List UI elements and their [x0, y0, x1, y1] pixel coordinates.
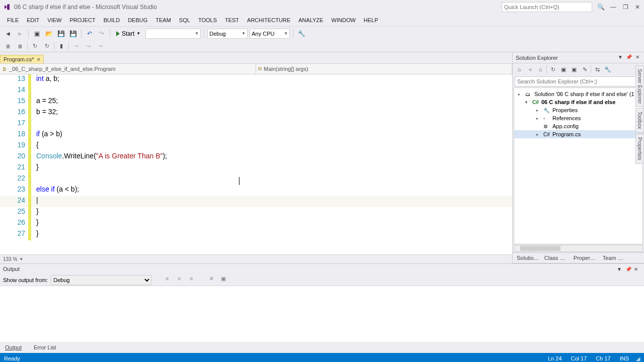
solution-node[interactable]: ▸🗂Solution '06 C sharp if else if and el… [514, 90, 642, 98]
output-btn-3[interactable]: ≡ [187, 276, 196, 285]
start-debug-button[interactable]: Start ▼ [113, 29, 143, 38]
save-all-icon[interactable]: 💾 [68, 29, 78, 39]
menu-window[interactable]: WINDOW [328, 16, 360, 25]
right-bottom-tab[interactable]: Class Vi... [542, 254, 570, 262]
output-source-select[interactable]: Debug [51, 275, 151, 285]
sol-home-icon[interactable]: ⌂ [515, 65, 524, 74]
menu-file[interactable]: FILE [3, 16, 23, 25]
resize-grip-icon[interactable]: ◢ [636, 355, 640, 362]
right-bottom-tab[interactable]: Team Ex... [601, 254, 628, 262]
menu-help[interactable]: HELP [360, 16, 382, 25]
side-tab[interactable]: Properties [635, 134, 644, 164]
code-line[interactable]: 26 } [0, 218, 512, 229]
code-line[interactable]: 22 [0, 174, 512, 185]
output-body[interactable] [0, 286, 644, 342]
code-line[interactable]: 16 b = 32; [0, 108, 512, 119]
output-btn-1[interactable]: ≡ [163, 276, 172, 285]
output-btn-2[interactable]: ≡ [175, 276, 184, 285]
tb2-icon-5[interactable]: ▮ [56, 41, 66, 51]
side-tab[interactable]: Toolbox [635, 108, 644, 132]
sol-back-icon[interactable]: ◄ [525, 65, 534, 74]
menu-architecture[interactable]: ARCHITECTURE [243, 16, 294, 25]
code-line[interactable]: 27} [0, 229, 512, 240]
minimize-button[interactable]: — [610, 4, 617, 11]
output-wrap-icon[interactable]: ▣ [219, 276, 228, 285]
close-tab-icon[interactable]: × [37, 56, 40, 62]
code-line[interactable]: 21 } [0, 163, 512, 174]
code-line[interactable]: 20 Console.WriteLine("A is Greater Than … [0, 152, 512, 163]
code-line[interactable]: 17 [0, 119, 512, 130]
menu-test[interactable]: TEST [221, 16, 243, 25]
sol-collapse-icon[interactable]: ▣ [559, 65, 568, 74]
tb2-icon-2[interactable]: 🗎 [15, 41, 25, 51]
new-project-icon[interactable]: ▣ [32, 29, 42, 39]
sol-preview-icon[interactable]: ⇆ [593, 65, 602, 74]
output-pin-icon[interactable]: 📌 [625, 266, 632, 272]
method-dropdown[interactable]: ⧉ Main(string[] args) [256, 64, 512, 74]
menu-view[interactable]: VIEW [43, 16, 65, 25]
class-dropdown[interactable]: 🗎 _06_C_sharp_if_else_if_and_else.Progra… [0, 64, 256, 74]
side-tab[interactable]: Server Explorer [635, 65, 644, 107]
panel-pin-icon[interactable]: 📌 [625, 54, 632, 61]
zoom-level[interactable]: 133 % [3, 256, 17, 262]
code-editor[interactable]: 13 int a, b;1415 a = 25;16 b = 32;1718 i… [0, 74, 512, 254]
right-bottom-tab[interactable]: Properti... [572, 254, 599, 262]
platform-combo[interactable]: Any CPU▼ [250, 29, 290, 39]
menu-analyze[interactable]: ANALYZE [294, 16, 327, 25]
tb2-icon-6[interactable]: ↝ [71, 41, 81, 51]
project-node[interactable]: ▾C#06 C sharp if else if and else [514, 98, 642, 106]
right-bottom-tab[interactable]: Solutio... [515, 254, 540, 262]
panel-close-icon[interactable]: ✕ [634, 54, 641, 61]
output-close-icon[interactable]: ✕ [634, 266, 641, 272]
config-combo[interactable]: Debug▼ [207, 29, 248, 39]
tree-item[interactable]: ▸C#Program.cs [514, 130, 642, 138]
solution-search-input[interactable] [515, 76, 642, 86]
save-icon[interactable]: 💾 [56, 29, 66, 39]
tb2-icon-4[interactable]: ↻ [42, 41, 52, 51]
tree-item[interactable]: ▸▫References [514, 114, 642, 122]
tb2-icon-1[interactable]: 🗎 [3, 41, 13, 51]
tree-item[interactable]: ▸🔧Properties [514, 106, 642, 114]
tb2-icon-3[interactable]: ↻ [30, 41, 40, 51]
code-line[interactable]: 14 [0, 85, 512, 97]
document-tab[interactable]: Program.cs* × [0, 55, 44, 63]
maximize-button[interactable]: ❐ [622, 4, 629, 11]
solution-hscroll[interactable] [514, 245, 643, 252]
menu-tools[interactable]: TOOLS [194, 16, 221, 25]
code-line[interactable]: 24 | [0, 196, 512, 207]
tb2-icon-8[interactable]: ↝ [95, 41, 105, 51]
tb2-icon-7[interactable]: ↝ [83, 41, 93, 51]
menu-project[interactable]: PROJECT [65, 16, 99, 25]
code-line[interactable]: 15 a = 25; [0, 97, 512, 108]
find-combo[interactable]: ▼ [145, 29, 201, 39]
sol-refresh-icon[interactable]: ↻ [548, 65, 557, 74]
tree-item[interactable]: ⚙App.config [514, 122, 642, 130]
menu-team[interactable]: TEAM [151, 16, 175, 25]
bottom-tab[interactable]: Error List [31, 343, 59, 351]
code-line[interactable]: 18 if (a > b) [0, 130, 512, 141]
code-line[interactable]: 25 } [0, 207, 512, 218]
search-icon[interactable]: 🔍 [597, 4, 605, 11]
undo-icon[interactable]: ↶ [85, 29, 95, 39]
output-menu-icon[interactable]: ▼ [617, 266, 624, 272]
open-icon[interactable]: 📂 [44, 29, 54, 39]
output-clear-icon[interactable]: ✕ [207, 276, 216, 285]
nav-back-icon[interactable]: ◄ [3, 29, 13, 39]
close-button[interactable]: ✕ [634, 4, 641, 11]
sol-fwd-icon[interactable]: ⌂ [536, 65, 545, 74]
code-line[interactable]: 13 int a, b; [0, 74, 512, 85]
menu-build[interactable]: BUILD [100, 16, 124, 25]
panel-menu-icon[interactable]: ▼ [617, 54, 624, 61]
sol-props-icon[interactable]: ✎ [580, 65, 589, 74]
code-line[interactable]: 23 else if (a < b); [0, 185, 512, 196]
sol-sync-icon[interactable]: 🔧 [603, 65, 612, 74]
ext-icon[interactable]: 🔧 [296, 29, 306, 39]
menu-sql[interactable]: SQL [175, 16, 194, 25]
menu-debug[interactable]: DEBUG [124, 16, 151, 25]
bottom-tab[interactable]: Output [2, 343, 25, 351]
quick-launch-input[interactable] [502, 2, 592, 12]
sol-showall-icon[interactable]: ▣ [570, 65, 579, 74]
redo-icon[interactable]: ↷ [97, 29, 107, 39]
menu-edit[interactable]: EDIT [23, 16, 43, 25]
nav-fwd-icon[interactable]: ► [15, 29, 25, 39]
